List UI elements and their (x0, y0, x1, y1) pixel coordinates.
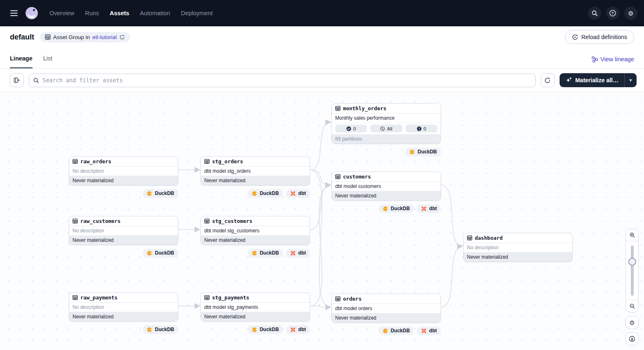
asset-card-customers[interactable]: customersdbt model customersNever materi… (331, 172, 441, 201)
asset-card-raw_payments[interactable]: raw_paymentsNo descriptionNever material… (69, 292, 178, 322)
sidebar-toggle-button[interactable] (10, 73, 24, 87)
kind-badges: DuckDBdbt (331, 204, 441, 213)
nav-item-runs[interactable]: Runs (85, 10, 99, 16)
duckdb-badge: DuckDB (379, 327, 414, 335)
table-icon (72, 159, 78, 164)
asset-description: No description (69, 226, 178, 236)
asset-node-raw_payments: raw_paymentsNo descriptionNever material… (69, 292, 178, 334)
duckdb-badge: DuckDB (248, 249, 283, 257)
dbt-icon (290, 327, 296, 332)
duckdb-badge: DuckDB (248, 325, 283, 334)
code-location-link[interactable]: etl-tutorial (92, 34, 117, 40)
duckdb-badge: DuckDB (143, 249, 178, 257)
asset-description: No description (464, 243, 572, 253)
table-icon (72, 295, 78, 300)
asset-card-raw_orders[interactable]: raw_ordersNo descriptionNever materializ… (69, 156, 178, 185)
asset-card-stg_payments[interactable]: stg_paymentsdbt model stg_paymentsNever … (201, 292, 310, 322)
asset-node-monthly_orders: monthly_ordersMonthly sales performance0… (331, 103, 441, 156)
view-lineage-link[interactable]: View lineage (592, 56, 634, 68)
edge-orders-to-dashboard (441, 246, 462, 307)
gear-icon[interactable]: ⚙ (624, 7, 637, 20)
check-circle-icon (346, 126, 351, 131)
asset-card-monthly_orders[interactable]: monthly_ordersMonthly sales performance0… (331, 103, 441, 144)
hamburger-menu-icon[interactable] (7, 6, 21, 21)
zoom-slider[interactable] (626, 241, 638, 300)
zoom-in-button[interactable] (626, 229, 638, 241)
table-icon (204, 159, 210, 164)
kind-badges: DuckDB (69, 249, 178, 257)
nav-item-overview[interactable]: Overview (49, 10, 74, 16)
duckdb-icon (147, 250, 152, 256)
table-icon (335, 174, 341, 179)
asset-node-stg_customers: stg_customersdbt model stg_customersNeve… (201, 216, 310, 257)
dbt-badge: dbt (286, 189, 310, 197)
kind-badges: DuckDB (331, 148, 441, 156)
partition-pill: 0 (406, 125, 437, 132)
refresh-graph-button[interactable] (541, 73, 555, 87)
zoom-out-button[interactable] (626, 300, 638, 312)
download-view-icon (629, 336, 635, 342)
graph-settings-button[interactable]: ⚙ (625, 316, 639, 329)
lineage-canvas[interactable]: monthly_ordersMonthly sales performance0… (0, 92, 644, 350)
search-icon (33, 77, 39, 83)
tabs-bar: Lineage List View lineage (0, 48, 644, 69)
asset-card-stg_orders[interactable]: stg_ordersdbt model stg_ordersNever mate… (201, 156, 310, 185)
asset-description: No description (69, 303, 178, 312)
reload-definitions-button[interactable]: Reload definitions (565, 30, 634, 44)
kind-badges: DuckDBdbt (201, 189, 310, 197)
zoom-slider-track[interactable] (631, 246, 634, 296)
nav-item-automation[interactable]: Automation (140, 10, 170, 16)
asset-card-orders[interactable]: ordersdbt model ordersNever materialized (331, 294, 441, 323)
recenter-button[interactable] (625, 332, 639, 345)
duckdb-icon (147, 327, 152, 332)
reload-icon (572, 34, 578, 40)
asset-card-dashboard[interactable]: dashboardNo descriptionNever materialize… (463, 233, 573, 262)
edge-stg_orders-to-monthly_orders (310, 122, 331, 170)
dbt-badge: dbt (417, 204, 441, 213)
lineage-icon (592, 56, 598, 63)
asset-name: customers (343, 174, 371, 180)
table-icon (467, 235, 472, 241)
tab-list[interactable]: List (43, 55, 53, 68)
dagster-logo-icon[interactable] (25, 6, 39, 20)
dbt-badge: dbt (286, 249, 310, 257)
nav-item-deployment[interactable]: Deployment (181, 10, 212, 16)
kind-badges: DuckDB (69, 325, 178, 334)
asset-status: Never materialized (201, 236, 310, 245)
duckdb-icon (252, 327, 257, 332)
panel-expand-icon (14, 77, 20, 83)
asset-status: Never materialized (201, 312, 310, 321)
asset-card-stg_customers[interactable]: stg_customersdbt model stg_customersNeve… (201, 216, 310, 245)
edge-stg_payments-to-customers (310, 185, 331, 306)
refresh-icon (544, 77, 551, 83)
zoom-slider-handle[interactable] (628, 258, 636, 266)
edge-customers-to-dashboard (441, 185, 462, 246)
dbt-badge: dbt (286, 325, 310, 334)
nav-item-assets[interactable]: Assets (110, 10, 129, 16)
help-icon[interactable]: ? (606, 7, 619, 20)
asset-name: stg_orders (212, 158, 243, 165)
duckdb-icon (383, 206, 388, 211)
asset-name: stg_customers (212, 218, 252, 224)
duckdb-icon (147, 191, 152, 196)
search-input[interactable] (29, 74, 536, 87)
search-icon[interactable] (588, 7, 601, 20)
materialize-all-button[interactable]: Materialize all… ▼ (560, 73, 637, 87)
asset-node-dashboard: dashboardNo descriptionNever materialize… (463, 233, 573, 262)
sparkle-icon (565, 77, 572, 83)
asset-node-stg_payments: stg_paymentsdbt model stg_paymentsNever … (201, 292, 310, 334)
zoom-controls (625, 229, 639, 313)
asset-node-orders: ordersdbt model ordersNever materialized… (331, 294, 441, 335)
kind-badges: DuckDB (69, 189, 178, 197)
partition-pill: All (370, 125, 402, 132)
asset-status: Never materialized (69, 176, 178, 185)
zoom-in-icon (629, 232, 635, 238)
asset-card-raw_customers[interactable]: raw_customersNo descriptionNever materia… (69, 216, 178, 245)
refresh-icon[interactable] (119, 35, 125, 40)
svg-text:?: ? (611, 11, 614, 15)
dbt-icon (290, 191, 296, 196)
duckdb-badge: DuckDB (406, 148, 441, 156)
tab-lineage[interactable]: Lineage (10, 55, 33, 68)
materialize-dropdown-caret[interactable]: ▼ (624, 73, 637, 87)
kind-badges: DuckDBdbt (201, 325, 310, 334)
